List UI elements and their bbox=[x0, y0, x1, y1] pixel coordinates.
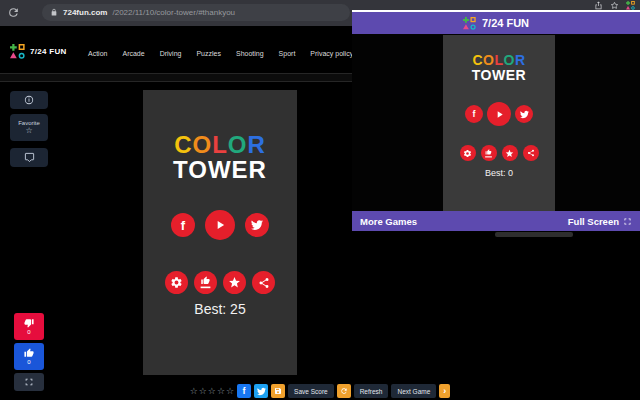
nav-item-driving[interactable]: Driving bbox=[160, 50, 182, 57]
popup-game-title: COLOR TOWER bbox=[443, 53, 555, 83]
popup-logo-icon bbox=[463, 17, 476, 30]
leaderboard-button[interactable] bbox=[194, 271, 217, 294]
best-score: Best: 25 bbox=[143, 301, 297, 317]
facebook-button[interactable]: f bbox=[171, 213, 195, 237]
dislike-button[interactable]: 0 bbox=[14, 313, 44, 340]
thumbs-up-icon bbox=[24, 348, 34, 358]
browser-actions bbox=[594, 1, 635, 10]
share-nodes-icon bbox=[527, 149, 535, 157]
leaderboard-icon bbox=[199, 276, 212, 289]
popup-game-title-color: COLOR bbox=[443, 53, 555, 68]
twitter-button[interactable] bbox=[245, 213, 269, 237]
next-game-arrow-button[interactable]: › bbox=[439, 384, 450, 398]
game-frame: COLOR TOWER f Best: 25 bbox=[143, 90, 297, 375]
gear-icon bbox=[170, 276, 183, 289]
rating-star-icon[interactable]: ☆ bbox=[199, 384, 207, 398]
comment-button[interactable] bbox=[10, 148, 48, 167]
popup-shadow-bar bbox=[495, 232, 573, 237]
bookmark-star-icon[interactable] bbox=[610, 1, 619, 10]
title-letter: L bbox=[212, 131, 228, 158]
chevron-right-icon: › bbox=[443, 387, 446, 396]
play-icon bbox=[213, 218, 227, 232]
star-icon bbox=[505, 149, 514, 158]
popup-game-frame: COLOR TOWER f Best: 0 bbox=[443, 35, 555, 211]
title-letter: O bbox=[228, 131, 248, 158]
twitter-icon bbox=[520, 110, 529, 119]
nav-item-shooting[interactable]: Shooting bbox=[236, 50, 264, 57]
main-nav: Action Arcade Driving Puzzles Shooting S… bbox=[88, 50, 353, 57]
facebook-icon: f bbox=[243, 387, 246, 396]
site-brand: 7/24 FUN bbox=[30, 47, 67, 56]
info-icon bbox=[24, 95, 34, 105]
rating-star-icon[interactable]: ☆ bbox=[217, 384, 225, 398]
title-letter: L bbox=[494, 52, 503, 68]
rating-star-icon[interactable]: ☆ bbox=[190, 384, 198, 398]
rate-button[interactable] bbox=[502, 145, 518, 161]
popup-game-title-tower: TOWER bbox=[443, 68, 555, 83]
extension-popup: 7/24 FUN COLOR TOWER f Be bbox=[352, 10, 640, 231]
expand-icon bbox=[623, 217, 632, 226]
toolbar-facebook-button[interactable]: f bbox=[237, 384, 251, 398]
popup-options-row bbox=[443, 145, 555, 161]
popup-body: COLOR TOWER f Best: 0 bbox=[352, 34, 640, 211]
bottom-toolbar: ☆☆☆☆☆ f Save Score Refresh Next Game › bbox=[0, 384, 640, 398]
facebook-button[interactable]: f bbox=[465, 105, 483, 123]
info-button[interactable] bbox=[10, 91, 48, 109]
play-button[interactable] bbox=[205, 210, 235, 240]
twitter-icon bbox=[257, 387, 266, 396]
extension-724fun-icon[interactable] bbox=[626, 1, 635, 10]
like-button[interactable]: 0 bbox=[14, 343, 44, 370]
title-letter: O bbox=[483, 52, 494, 68]
game-title-tower: TOWER bbox=[143, 157, 297, 182]
twitter-button[interactable] bbox=[515, 105, 533, 123]
share-icon[interactable] bbox=[594, 1, 603, 10]
leaderboard-button[interactable] bbox=[481, 145, 497, 161]
game-options-row bbox=[143, 271, 297, 294]
like-count: 0 bbox=[27, 359, 30, 365]
refresh-icon-button[interactable] bbox=[337, 384, 351, 398]
full-screen-link[interactable]: Full Screen bbox=[568, 216, 632, 227]
nav-item-arcade[interactable]: Arcade bbox=[122, 50, 144, 57]
more-games-link[interactable]: More Games bbox=[360, 216, 417, 227]
url-domain: 724fun.com bbox=[63, 8, 107, 17]
title-letter: C bbox=[472, 52, 483, 68]
reload-icon[interactable] bbox=[7, 6, 20, 19]
full-screen-label: Full Screen bbox=[568, 216, 619, 227]
nav-item-puzzles[interactable]: Puzzles bbox=[196, 50, 221, 57]
settings-button[interactable] bbox=[165, 271, 188, 294]
nav-item-action[interactable]: Action bbox=[88, 50, 107, 57]
title-letter: R bbox=[515, 52, 526, 68]
screen: 724fun.com/2022/11/10/color-tower/#thank… bbox=[0, 0, 640, 400]
gear-icon bbox=[463, 149, 472, 158]
save-score-button[interactable]: Save Score bbox=[288, 384, 334, 398]
twitter-icon bbox=[251, 219, 263, 231]
site-logo[interactable]: 7/24 FUN bbox=[10, 44, 67, 59]
rate-button[interactable] bbox=[223, 271, 246, 294]
toolbar-twitter-button[interactable] bbox=[254, 384, 268, 398]
save-icon-button[interactable] bbox=[271, 384, 285, 398]
share-game-button[interactable] bbox=[252, 271, 275, 294]
play-icon bbox=[494, 109, 505, 120]
rating-stars: ☆☆☆☆☆ bbox=[190, 384, 234, 398]
rating-star-icon[interactable]: ☆ bbox=[208, 384, 216, 398]
popup-footer: More Games Full Screen bbox=[352, 211, 640, 231]
nav-item-sport[interactable]: Sport bbox=[279, 50, 296, 57]
popup-social-row: f bbox=[443, 102, 555, 126]
facebook-icon: f bbox=[473, 110, 476, 119]
settings-button[interactable] bbox=[460, 145, 476, 161]
save-icon bbox=[274, 387, 282, 395]
title-letter: R bbox=[248, 131, 266, 158]
site-logo-icon bbox=[10, 44, 25, 59]
share-game-button[interactable] bbox=[523, 145, 539, 161]
popup-brand: 7/24 FUN bbox=[482, 17, 529, 29]
next-game-button[interactable]: Next Game bbox=[391, 384, 436, 398]
title-letter: C bbox=[174, 131, 192, 158]
star-icon bbox=[228, 276, 241, 289]
rating-star-icon[interactable]: ☆ bbox=[226, 384, 234, 398]
refresh-button[interactable]: Refresh bbox=[354, 384, 389, 398]
nav-item-privacy-policy[interactable]: Privacy policy bbox=[310, 50, 353, 57]
play-button[interactable] bbox=[487, 102, 511, 126]
address-bar[interactable]: 724fun.com/2022/11/10/color-tower/#thank… bbox=[42, 4, 350, 21]
favorite-button[interactable]: Favorite ☆ bbox=[10, 114, 48, 141]
game-title-color: COLOR bbox=[143, 132, 297, 157]
